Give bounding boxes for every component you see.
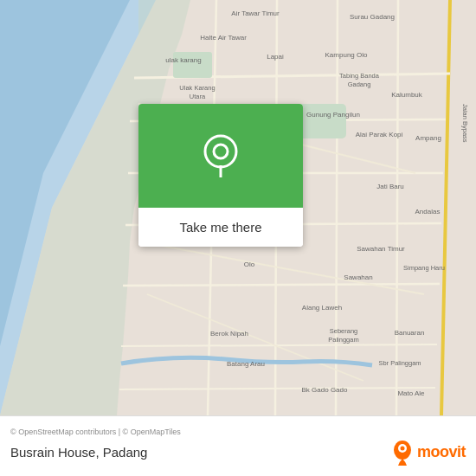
svg-text:Mato Ale: Mato Ale: [397, 389, 425, 397]
moovit-logo: moovit: [391, 440, 466, 466]
svg-text:Batang Arau: Batang Arau: [227, 360, 265, 368]
svg-text:Bk Gado Gado: Bk Gado Gado: [302, 386, 348, 394]
svg-point-52: [400, 446, 404, 450]
location-name: Busrain House, Padang: [10, 445, 147, 460]
attribution-text: © OpenStreetMap contributors | © OpenMap…: [10, 428, 466, 436]
svg-text:Halte Air Tawar: Halte Air Tawar: [200, 34, 247, 42]
svg-text:Tabing Banda: Tabing Banda: [339, 72, 380, 80]
svg-text:Simpang Haru: Simpang Haru: [403, 264, 445, 272]
svg-text:Ampang: Ampang: [415, 134, 441, 142]
location-pin-icon: [202, 134, 240, 177]
bottom-row: Busrain House, Padang moovit: [10, 440, 466, 466]
svg-text:Gadang: Gadang: [348, 80, 371, 88]
svg-text:Lapai: Lapai: [267, 53, 284, 61]
svg-text:Sawahan: Sawahan: [344, 273, 372, 281]
svg-point-48: [205, 136, 236, 167]
svg-text:Surau Gadang: Surau Gadang: [350, 13, 395, 21]
svg-text:Gunung Pangilun: Gunung Pangilun: [306, 111, 360, 119]
card-map-area: [138, 104, 303, 208]
svg-text:Palinggam: Palinggam: [328, 336, 358, 344]
moovit-icon: [391, 440, 414, 466]
svg-text:Jalan Bypass: Jalan Bypass: [461, 104, 469, 143]
svg-text:Andalas: Andalas: [415, 208, 441, 215]
svg-text:Air Tawar Timur: Air Tawar Timur: [231, 10, 280, 17]
svg-text:Banuaran: Banuaran: [395, 329, 425, 337]
moovit-brand-text: moovit: [417, 443, 466, 461]
map-container: Air Tawar Timur Surau Gadang Halte Air T…: [0, 0, 476, 415]
svg-text:Berok Nipah: Berok Nipah: [210, 330, 248, 338]
svg-text:Alang Laweh: Alang Laweh: [302, 304, 342, 312]
svg-text:Olo: Olo: [244, 261, 255, 268]
svg-text:Utara: Utara: [190, 93, 206, 100]
svg-text:Ulak Karang: Ulak Karang: [179, 84, 215, 92]
location-card: Take me there: [138, 104, 303, 247]
take-me-there-button[interactable]: Take me there: [138, 208, 303, 247]
svg-text:Sbr Palinggam: Sbr Palinggam: [378, 359, 421, 367]
bottom-bar: © OpenStreetMap contributors | © OpenMap…: [0, 415, 476, 476]
svg-point-49: [214, 145, 228, 158]
svg-text:Jati Baru: Jati Baru: [376, 183, 404, 190]
svg-text:Kalumbuk: Kalumbuk: [391, 91, 423, 99]
svg-text:ulak karang: ulak karang: [165, 56, 201, 64]
svg-text:Seberang: Seberang: [330, 327, 358, 335]
svg-text:Kampung Olo: Kampung Olo: [325, 51, 368, 59]
svg-text:Alai Parak Kopi: Alai Parak Kopi: [356, 131, 403, 138]
svg-text:Sawahan Timur: Sawahan Timur: [357, 245, 405, 253]
